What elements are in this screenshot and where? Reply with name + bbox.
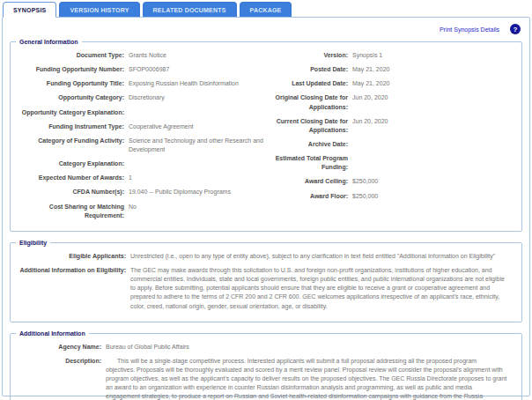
field-value: Exposing Russian Health Disinformation bbox=[129, 79, 266, 88]
field-row: Funding Instrument Type: Cooperative Agr… bbox=[11, 122, 273, 131]
field-value: May 21, 2020 bbox=[352, 79, 516, 88]
field-label: Expected Number of Awards: bbox=[11, 174, 129, 182]
tab-package[interactable]: PACKAGE bbox=[240, 2, 292, 17]
field-row: Estimated Total Program Funding: bbox=[273, 154, 516, 172]
description-row: Description: This will be a single-stage… bbox=[11, 357, 516, 400]
eligibility-title: Eligibility bbox=[16, 240, 50, 246]
agency-name-label: Agency Name: bbox=[11, 343, 106, 352]
field-value: Jun 20, 2020 bbox=[352, 117, 516, 135]
field-row: Opportunity Category Explanation: bbox=[11, 108, 273, 117]
description-value: This will be a single-stage competitive … bbox=[106, 357, 516, 400]
field-value bbox=[352, 140, 516, 149]
help-icon[interactable]: ? bbox=[510, 24, 521, 34]
field-row: Original Closing Date for Applications: … bbox=[273, 93, 516, 111]
field-row: Category of Funding Activity: Science an… bbox=[11, 137, 273, 154]
tab-related-documents[interactable]: RELATED DOCUMENTS bbox=[143, 2, 237, 17]
eligibility-section: Eligibility Eligible Applicants: Unrestr… bbox=[10, 240, 522, 322]
print-synopsis-details-link[interactable]: Print Synopsis Details bbox=[440, 26, 499, 33]
field-label: Category Explanation: bbox=[11, 159, 129, 168]
field-value: No bbox=[129, 203, 266, 220]
field-row: Category Explanation: bbox=[11, 159, 273, 168]
field-value: Discretionary bbox=[129, 93, 266, 102]
field-row: CFDA Number(s): 19.040 -- Public Diploma… bbox=[11, 188, 273, 196]
field-value bbox=[352, 154, 516, 172]
field-row: Posted Date: May 21, 2020 bbox=[273, 65, 516, 74]
field-label: Posted Date: bbox=[273, 65, 352, 74]
general-information-title: General Information bbox=[16, 39, 82, 45]
field-label: Funding Opportunity Number: bbox=[11, 65, 129, 74]
field-value bbox=[129, 108, 266, 117]
general-information-section: General Information Document Type: Grant… bbox=[10, 39, 522, 232]
field-row: Opportunity Category: Discretionary bbox=[11, 93, 273, 102]
field-label: Opportunity Category Explanation: bbox=[11, 108, 129, 117]
field-value: $250,000 bbox=[352, 192, 516, 201]
field-label: Current Closing Date for Applications: bbox=[273, 117, 352, 135]
field-label: Eligible Applicants: bbox=[11, 252, 130, 261]
agency-name-value: Bureau of Global Public Affairs bbox=[106, 343, 516, 352]
field-row: Funding Opportunity Title: Exposing Russ… bbox=[11, 79, 273, 88]
field-value: $250,000 bbox=[352, 177, 516, 186]
field-value: Synopsis 1 bbox=[352, 51, 516, 60]
field-row: Expected Number of Awards: 1 bbox=[11, 174, 273, 182]
field-value: May 21, 2020 bbox=[352, 65, 516, 74]
eligibility-rows: Eligible Applicants: Unrestricted (i.e.,… bbox=[11, 252, 516, 311]
tab-bar: SYNOPSIS VERSION HISTORY RELATED DOCUMEN… bbox=[0, 0, 532, 17]
print-row: Print Synopsis Details ? bbox=[3, 18, 529, 37]
field-row: Current Closing Date for Applications: J… bbox=[273, 117, 516, 135]
field-label: Archive Date: bbox=[273, 140, 352, 149]
field-row: Funding Opportunity Number: SFOP0006987 bbox=[11, 65, 273, 74]
additional-information-title: Additional Information bbox=[16, 330, 89, 337]
field-label: Additional Information on Eligibility: bbox=[11, 266, 130, 311]
field-row: Eligible Applicants: Unrestricted (i.e.,… bbox=[11, 252, 516, 261]
field-value: SFOP0006987 bbox=[129, 65, 266, 74]
field-label: Opportunity Category: bbox=[11, 93, 129, 102]
description-label: Description: bbox=[11, 357, 106, 400]
agency-name-row: Agency Name: Bureau of Global Public Aff… bbox=[11, 343, 516, 352]
field-row: Cost Sharing or Matching Requirement: No bbox=[11, 203, 273, 220]
general-info-right-column: Version: Synopsis 1 Posted Date: May 21,… bbox=[273, 51, 516, 226]
field-row: Version: Synopsis 1 bbox=[273, 51, 516, 60]
field-row: Document Type: Grants Notice bbox=[11, 51, 273, 60]
field-label: Award Ceiling: bbox=[273, 177, 352, 186]
tab-synopsis[interactable]: SYNOPSIS bbox=[3, 2, 56, 18]
additional-information-section: Additional Information Agency Name: Bure… bbox=[10, 330, 522, 400]
field-label: Funding Opportunity Title: bbox=[11, 79, 129, 88]
field-value: Science and Technology and other Researc… bbox=[129, 137, 266, 154]
field-label: Original Closing Date for Applications: bbox=[273, 93, 352, 111]
general-info-left-column: Document Type: Grants Notice Funding Opp… bbox=[11, 51, 273, 226]
field-value: Grants Notice bbox=[129, 51, 266, 60]
field-value: Jun 20, 2020 bbox=[352, 93, 516, 111]
field-label: Document Type: bbox=[11, 51, 129, 60]
field-row: Award Floor: $250,000 bbox=[273, 192, 516, 201]
field-row: Last Updated Date: May 21, 2020 bbox=[273, 79, 516, 88]
field-row: Additional Information on Eligibility: T… bbox=[11, 266, 516, 311]
field-label: Version: bbox=[273, 51, 352, 60]
field-label: Estimated Total Program Funding: bbox=[273, 154, 352, 172]
field-value bbox=[129, 159, 266, 168]
field-value: The GEC may make awards through this sol… bbox=[130, 266, 516, 311]
field-label: CFDA Number(s): bbox=[11, 188, 129, 196]
field-row: Award Ceiling: $250,000 bbox=[273, 177, 516, 186]
field-value: Unrestricted (i.e., open to any type of … bbox=[130, 252, 516, 261]
tab-version-history[interactable]: VERSION HISTORY bbox=[59, 2, 139, 17]
field-label: Cost Sharing or Matching Requirement: bbox=[11, 203, 129, 220]
field-value: 19.040 -- Public Diplomacy Programs bbox=[129, 188, 266, 196]
field-row: Archive Date: bbox=[273, 140, 516, 149]
field-label: Last Updated Date: bbox=[273, 79, 352, 88]
field-label: Category of Funding Activity: bbox=[11, 137, 129, 154]
field-label: Funding Instrument Type: bbox=[11, 122, 129, 131]
field-value: Cooperative Agreement bbox=[129, 122, 266, 131]
field-value: 1 bbox=[129, 174, 266, 182]
synopsis-panel: Print Synopsis Details ? General Informa… bbox=[2, 17, 530, 396]
field-label: Award Floor: bbox=[273, 192, 352, 201]
